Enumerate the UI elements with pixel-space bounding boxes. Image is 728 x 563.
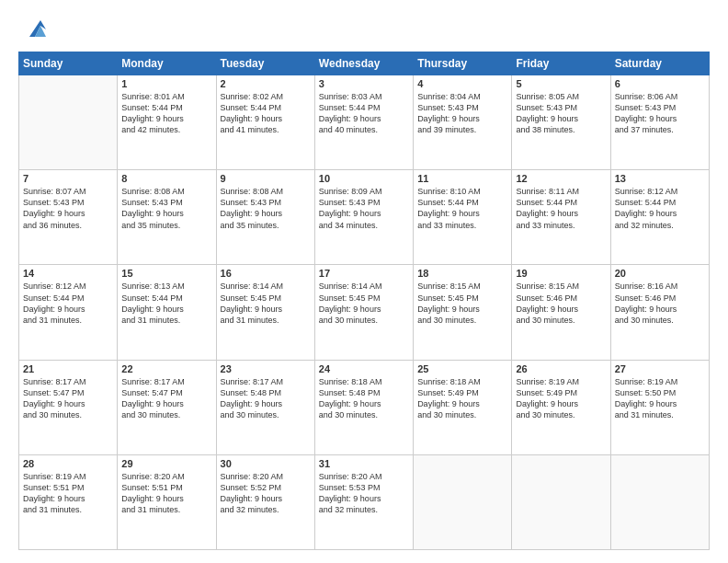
day-info: Sunrise: 8:10 AMSunset: 5:44 PMDaylight:… (417, 186, 507, 231)
day-info: Sunrise: 8:06 AMSunset: 5:43 PMDaylight:… (615, 91, 705, 136)
day-info: Sunrise: 8:12 AMSunset: 5:44 PMDaylight:… (615, 186, 705, 231)
day-number: 24 (319, 363, 409, 374)
day-info: Sunrise: 8:15 AMSunset: 5:46 PMDaylight:… (516, 281, 606, 326)
calendar-cell: 11Sunrise: 8:10 AMSunset: 5:44 PMDayligh… (414, 170, 512, 265)
day-info: Sunrise: 8:18 AMSunset: 5:48 PMDaylight:… (319, 376, 409, 421)
day-number: 29 (121, 458, 211, 469)
calendar-cell (19, 75, 118, 170)
calendar-cell (512, 454, 610, 549)
day-info: Sunrise: 8:16 AMSunset: 5:46 PMDaylight:… (615, 281, 705, 326)
day-number: 17 (319, 268, 409, 279)
day-number: 5 (516, 78, 606, 89)
calendar-cell: 10Sunrise: 8:09 AMSunset: 5:43 PMDayligh… (314, 170, 413, 265)
day-number: 23 (221, 363, 311, 374)
logo (18, 17, 48, 42)
calendar-cell: 18Sunrise: 8:15 AMSunset: 5:45 PMDayligh… (414, 265, 512, 360)
calendar-table: SundayMondayTuesdayWednesdayThursdayFrid… (18, 52, 710, 550)
calendar-cell: 6Sunrise: 8:06 AMSunset: 5:43 PMDaylight… (610, 75, 709, 170)
header (18, 17, 710, 42)
day-info: Sunrise: 8:20 AMSunset: 5:52 PMDaylight:… (221, 471, 311, 516)
day-number: 27 (615, 363, 705, 374)
day-number: 8 (121, 173, 211, 184)
day-info: Sunrise: 8:01 AMSunset: 5:44 PMDaylight:… (121, 91, 211, 136)
day-number: 21 (23, 363, 113, 374)
day-number: 6 (615, 78, 705, 89)
day-info: Sunrise: 8:07 AMSunset: 5:43 PMDaylight:… (23, 186, 113, 231)
calendar-week-row: 1Sunrise: 8:01 AMSunset: 5:44 PMDaylight… (19, 75, 710, 170)
calendar-cell: 28Sunrise: 8:19 AMSunset: 5:51 PMDayligh… (19, 454, 118, 549)
day-info: Sunrise: 8:14 AMSunset: 5:45 PMDaylight:… (221, 281, 311, 326)
day-number: 10 (319, 173, 409, 184)
day-info: Sunrise: 8:09 AMSunset: 5:43 PMDaylight:… (319, 186, 409, 231)
calendar-cell: 25Sunrise: 8:18 AMSunset: 5:49 PMDayligh… (414, 360, 512, 454)
calendar-header-row: SundayMondayTuesdayWednesdayThursdayFrid… (19, 52, 710, 75)
col-header-tuesday: Tuesday (216, 52, 314, 75)
day-info: Sunrise: 8:17 AMSunset: 5:48 PMDaylight:… (221, 376, 311, 421)
day-number: 9 (221, 173, 311, 184)
calendar-cell: 31Sunrise: 8:20 AMSunset: 5:53 PMDayligh… (314, 454, 413, 549)
calendar-cell: 24Sunrise: 8:18 AMSunset: 5:48 PMDayligh… (314, 360, 413, 454)
calendar-cell: 17Sunrise: 8:14 AMSunset: 5:45 PMDayligh… (314, 265, 413, 360)
page: SundayMondayTuesdayWednesdayThursdayFrid… (0, 0, 728, 563)
day-number: 3 (319, 78, 409, 89)
day-number: 15 (121, 268, 211, 279)
day-number: 25 (417, 363, 507, 374)
day-info: Sunrise: 8:20 AMSunset: 5:51 PMDaylight:… (121, 471, 211, 516)
day-number: 2 (221, 78, 311, 89)
day-info: Sunrise: 8:08 AMSunset: 5:43 PMDaylight:… (221, 186, 311, 231)
calendar-cell: 29Sunrise: 8:20 AMSunset: 5:51 PMDayligh… (118, 454, 216, 549)
day-number: 20 (615, 268, 705, 279)
day-number: 22 (121, 363, 211, 374)
col-header-saturday: Saturday (610, 52, 709, 75)
calendar-cell: 21Sunrise: 8:17 AMSunset: 5:47 PMDayligh… (19, 360, 118, 454)
day-number: 7 (23, 173, 113, 184)
day-info: Sunrise: 8:02 AMSunset: 5:44 PMDaylight:… (221, 91, 311, 136)
calendar-week-row: 28Sunrise: 8:19 AMSunset: 5:51 PMDayligh… (19, 454, 710, 549)
calendar-cell: 3Sunrise: 8:03 AMSunset: 5:44 PMDaylight… (314, 75, 413, 170)
day-number: 4 (417, 78, 507, 89)
col-header-thursday: Thursday (414, 52, 512, 75)
col-header-wednesday: Wednesday (314, 52, 413, 75)
day-number: 19 (516, 268, 606, 279)
calendar-cell: 5Sunrise: 8:05 AMSunset: 5:43 PMDaylight… (512, 75, 610, 170)
calendar-week-row: 7Sunrise: 8:07 AMSunset: 5:43 PMDaylight… (19, 170, 710, 265)
calendar-cell: 15Sunrise: 8:13 AMSunset: 5:44 PMDayligh… (118, 265, 216, 360)
calendar-cell: 12Sunrise: 8:11 AMSunset: 5:44 PMDayligh… (512, 170, 610, 265)
day-info: Sunrise: 8:19 AMSunset: 5:49 PMDaylight:… (516, 376, 606, 421)
day-info: Sunrise: 8:14 AMSunset: 5:45 PMDaylight:… (319, 281, 409, 326)
calendar-cell: 7Sunrise: 8:07 AMSunset: 5:43 PMDaylight… (19, 170, 118, 265)
calendar-cell: 26Sunrise: 8:19 AMSunset: 5:49 PMDayligh… (512, 360, 610, 454)
day-info: Sunrise: 8:13 AMSunset: 5:44 PMDaylight:… (121, 281, 211, 326)
day-number: 11 (417, 173, 507, 184)
calendar-cell: 22Sunrise: 8:17 AMSunset: 5:47 PMDayligh… (118, 360, 216, 454)
col-header-monday: Monday (118, 52, 216, 75)
day-number: 13 (615, 173, 705, 184)
calendar-week-row: 21Sunrise: 8:17 AMSunset: 5:47 PMDayligh… (19, 360, 710, 454)
day-info: Sunrise: 8:19 AMSunset: 5:51 PMDaylight:… (23, 471, 113, 516)
day-info: Sunrise: 8:17 AMSunset: 5:47 PMDaylight:… (121, 376, 211, 421)
calendar-cell: 9Sunrise: 8:08 AMSunset: 5:43 PMDaylight… (216, 170, 314, 265)
day-number: 31 (319, 458, 409, 469)
day-number: 28 (23, 458, 113, 469)
day-number: 26 (516, 363, 606, 374)
calendar-cell: 1Sunrise: 8:01 AMSunset: 5:44 PMDaylight… (118, 75, 216, 170)
calendar-cell: 2Sunrise: 8:02 AMSunset: 5:44 PMDaylight… (216, 75, 314, 170)
col-header-friday: Friday (512, 52, 610, 75)
day-info: Sunrise: 8:11 AMSunset: 5:44 PMDaylight:… (516, 186, 606, 231)
day-info: Sunrise: 8:12 AMSunset: 5:44 PMDaylight:… (23, 281, 113, 326)
calendar-cell: 13Sunrise: 8:12 AMSunset: 5:44 PMDayligh… (610, 170, 709, 265)
calendar-week-row: 14Sunrise: 8:12 AMSunset: 5:44 PMDayligh… (19, 265, 710, 360)
calendar-cell: 19Sunrise: 8:15 AMSunset: 5:46 PMDayligh… (512, 265, 610, 360)
calendar-cell: 30Sunrise: 8:20 AMSunset: 5:52 PMDayligh… (216, 454, 314, 549)
day-number: 18 (417, 268, 507, 279)
day-number: 16 (221, 268, 311, 279)
day-info: Sunrise: 8:15 AMSunset: 5:45 PMDaylight:… (417, 281, 507, 326)
day-info: Sunrise: 8:04 AMSunset: 5:43 PMDaylight:… (417, 91, 507, 136)
day-number: 1 (121, 78, 211, 89)
calendar-cell: 16Sunrise: 8:14 AMSunset: 5:45 PMDayligh… (216, 265, 314, 360)
calendar-cell (610, 454, 709, 549)
day-number: 14 (23, 268, 113, 279)
calendar-cell (414, 454, 512, 549)
calendar-cell: 23Sunrise: 8:17 AMSunset: 5:48 PMDayligh… (216, 360, 314, 454)
col-header-sunday: Sunday (19, 52, 118, 75)
